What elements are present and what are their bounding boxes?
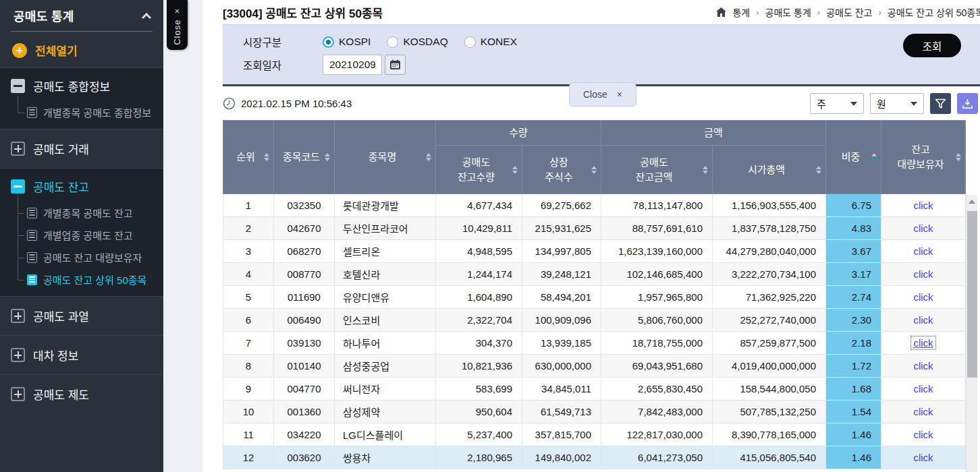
holders-click-link[interactable]: click — [913, 245, 933, 257]
sort-icon[interactable] — [512, 166, 518, 174]
cell-listed-shares: 34,845,011 — [522, 378, 601, 401]
scrollbar-up-icon[interactable] — [967, 195, 977, 208]
holders-click-link[interactable]: click — [913, 429, 933, 440]
cell-rank: 12 — [223, 446, 274, 469]
cell-name: 쌍용차 — [335, 446, 436, 469]
cell-short-amount: 122,817,030,000 — [601, 423, 713, 446]
col-header-code: 종목코드 — [274, 121, 335, 194]
sidebar-item-short-selling-system[interactable]: 공매도 제도 — [0, 380, 163, 408]
download-icon — [962, 98, 973, 109]
date-input[interactable] — [323, 55, 382, 75]
sidebar-subitem[interactable]: 개별종목 공매도 종합정보 — [18, 101, 163, 123]
breadcrumb-home[interactable] — [716, 7, 726, 17]
holders-click-link[interactable]: click — [913, 383, 933, 394]
sort-icon[interactable] — [591, 166, 597, 174]
holders-click-link[interactable]: click — [913, 452, 933, 463]
title-row: [33004] 공매도 잔고 상위 50종목 통계›공매도 통계›공매도 잔고›… — [202, 0, 980, 24]
filter-button[interactable] — [930, 93, 951, 114]
breadcrumb-item[interactable]: 통계 — [732, 5, 750, 19]
breadcrumb-item[interactable]: 공매도 통계 — [765, 5, 811, 19]
cell-ratio: 3.67 — [826, 240, 881, 263]
holders-click-link[interactable]: click — [913, 200, 933, 211]
col-header-name: 종목명 — [335, 121, 436, 194]
breadcrumb-item[interactable]: 공매도 잔고 상위 50종목 — [888, 5, 980, 19]
cell-rank: 1 — [223, 194, 274, 217]
sort-icon[interactable] — [703, 166, 708, 174]
cell-market-cap: 158,544,800,050 — [713, 378, 826, 401]
search-button[interactable]: 조회 — [903, 34, 961, 57]
cell-code: 001360 — [274, 401, 335, 423]
table-row: 4008770호텔신라1,244,17439,248,121102,146,68… — [223, 263, 966, 286]
holders-click-link[interactable]: click — [913, 314, 933, 326]
radio-circle-icon — [464, 36, 476, 48]
sidebar-subitem[interactable]: 공매도 잔고 대량보유자 — [18, 246, 163, 268]
download-button[interactable] — [957, 93, 978, 114]
cell-ratio: 1.54 — [826, 401, 881, 423]
expand-all-button[interactable]: + 전체열기 — [0, 32, 163, 67]
holders-click-link[interactable]: click — [911, 336, 935, 349]
holders-click-link[interactable]: click — [913, 360, 933, 372]
col-header-ratio: 비중 — [826, 121, 881, 194]
sidebar-item-short-selling-overheated[interactable]: 공매도 과열 — [0, 302, 163, 330]
sidebar-item-securities-lending-info[interactable]: 대차 정보 — [0, 341, 163, 369]
sort-icon[interactable] — [264, 153, 269, 161]
radio-konex[interactable]: KONEX — [464, 36, 517, 48]
cell-ratio: 1.68 — [826, 378, 881, 401]
sort-icon[interactable] — [426, 153, 431, 161]
holders-click-link[interactable]: click — [913, 223, 933, 234]
filter-icon — [935, 98, 946, 109]
radio-label: KOSPI — [339, 36, 371, 48]
sidebar-item-short-selling-balance[interactable]: 공매도 잔고 — [0, 173, 163, 200]
table-row: 12003620쌍용차2,180,965149,840,0026,041,273… — [223, 446, 966, 469]
panel-close-tab[interactable]: Close × — [569, 82, 636, 107]
quantity-unit-select[interactable]: 주 — [810, 93, 864, 114]
holders-click-link[interactable]: click — [913, 268, 933, 280]
cell-name: 인스코비 — [335, 309, 436, 332]
table-row: 3068270셀트리온4,948,595134,997,8051,623,139… — [223, 240, 966, 263]
sidebar-subitem[interactable]: 개별업종 공매도 잔고 — [18, 224, 163, 246]
cell-name: LG디스플레이 — [335, 423, 436, 446]
cell-ratio: 1.46 — [826, 423, 881, 446]
cell-short-qty: 5,237,400 — [436, 423, 522, 446]
cell-market-cap: 507,785,132,250 — [713, 401, 826, 423]
sidebar-item-short-selling-overview[interactable]: 공매도 종합정보 — [0, 72, 163, 100]
scrollbar-thumb[interactable] — [967, 211, 977, 378]
sort-icon[interactable] — [816, 166, 821, 174]
currency-unit-select[interactable]: 원 — [870, 93, 924, 114]
breadcrumb-item[interactable]: 공매도 잔고 — [826, 5, 872, 19]
sort-icon[interactable] — [325, 153, 330, 161]
radio-kosdaq[interactable]: KOSDAQ — [387, 36, 447, 48]
cell-rank: 9 — [223, 378, 274, 401]
table-area: 순위 종목코드 종목명 수량 금액 비중 잔고 대량보유자 공매도 잔고수량 상… — [223, 120, 978, 469]
holders-click-link[interactable]: click — [913, 406, 933, 417]
cell-holders-link: click — [881, 286, 966, 309]
cell-rank: 6 — [223, 309, 274, 332]
cell-code: 042670 — [274, 217, 335, 240]
radio-label: KOSDAQ — [403, 36, 447, 48]
vertical-scrollbar[interactable] — [966, 195, 977, 472]
col-header-market-cap: 시가총액 — [713, 146, 826, 194]
sidebar-close-tab[interactable]: Close × — [167, 0, 188, 50]
cell-rank: 4 — [223, 263, 274, 286]
cell-holders-link: click — [881, 309, 966, 332]
cell-market-cap: 1,156,903,555,400 — [713, 194, 826, 217]
quantity-unit-value: 주 — [817, 96, 826, 111]
cell-listed-shares: 13,939,185 — [522, 332, 601, 355]
cell-short-qty: 4,677,434 — [436, 194, 522, 217]
sort-icon[interactable] — [956, 153, 961, 161]
chevron-up-icon[interactable] — [142, 12, 151, 22]
calendar-button[interactable] — [385, 55, 406, 75]
radio-kospi[interactable]: KOSPI — [323, 36, 371, 48]
timestamp: 2021.02.15 PM 10:56:43 — [241, 98, 352, 109]
sidebar-item-short-selling-trading[interactable]: 공매도 거래 — [0, 135, 163, 163]
sort-icon-active[interactable] — [871, 153, 877, 161]
sidebar-header: 공매도 통계 — [0, 0, 163, 31]
sidebar-subitem[interactable]: 공매도 잔고 상위 50종목 — [18, 268, 163, 291]
document-icon — [27, 107, 37, 118]
cell-code: 011690 — [274, 286, 335, 309]
sidebar-subitem[interactable]: 개별종목 공매도 잔고 — [18, 202, 163, 224]
cell-listed-shares: 69,275,662 — [522, 194, 601, 217]
col-group-amount: 금액 — [601, 121, 826, 146]
cell-holders-link: click — [881, 240, 966, 263]
holders-click-link[interactable]: click — [913, 291, 933, 303]
